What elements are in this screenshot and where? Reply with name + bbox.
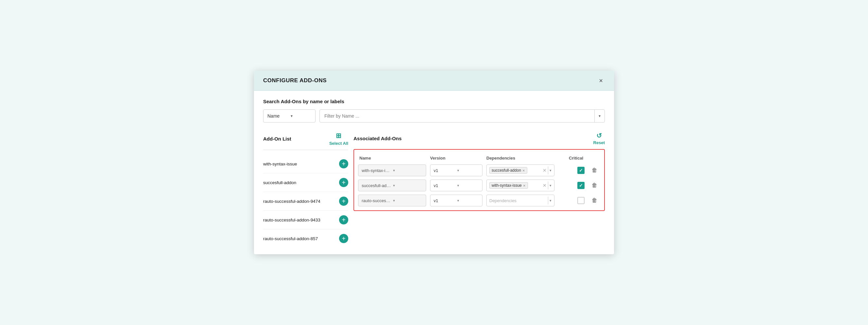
row-version-value-0: v1 [434,168,455,173]
filter-chevron-icon[interactable]: ▾ [594,110,604,122]
dep-tag-label-0: succesfull-addon [492,168,521,173]
modal-body: Search Add-Ons by name or labels Name ▾ … [254,91,614,254]
list-item: succesfull-addon + [263,173,348,192]
row-name-select-2[interactable]: rauto-successful-addon-9474 ▾ [358,195,426,206]
filter-type-value: Name [268,113,288,119]
add-addon-button-3[interactable]: + [339,215,348,225]
delete-button-0[interactable]: 🗑 [588,167,600,174]
col-header-critical: Critical [557,156,583,160]
addon-item-name: with-syntax-issue [263,161,297,167]
list-item: with-syntax-issue + [263,155,348,173]
filter-type-dropdown[interactable]: Name ▾ [263,110,315,122]
row-version-chevron-icon-0: ▾ [457,168,479,173]
row-name-chevron-icon-1: ▾ [393,183,423,188]
search-row: Name ▾ ▾ [263,110,605,122]
deps-chevron-icon-2[interactable]: ▾ [550,199,552,203]
deps-divider-1 [548,181,548,189]
addon-list-title: Add-On List [263,136,291,142]
row-name-value-1: succesfull-addon [362,183,391,188]
list-item: rauto-successful-addon-857 + [263,229,348,246]
deps-clear-icon-0[interactable]: ✕ [542,168,547,173]
select-all-icon: ⊞ [336,132,341,140]
list-item: rauto-successful-addon-9433 + [263,211,348,229]
row-deps-select-1[interactable]: with-syntax-issue × ✕ ▾ [486,180,554,191]
row-deps-select-0[interactable]: succesfull-addon × ✕ ▾ [486,165,554,176]
row-name-value-0: with-syntax-issue [362,168,391,173]
deps-divider-0 [548,167,548,174]
search-label: Search Add-Ons by name or labels [263,99,605,104]
addon-item-name: succesfull-addon [263,180,296,185]
deps-placeholder-2: Dependencies [489,198,517,203]
addon-list-column: Add-On List ⊞ Select All with-syntax-iss… [263,132,348,246]
row-version-chevron-icon-2: ▾ [457,199,479,203]
associated-table: Name Version Dependencies Critical with-… [353,149,605,211]
table-row: succesfull-addon ▾ v1 ▾ with-syntax-issu… [358,180,600,191]
addon-item-name: rauto-successful-addon-857 [263,236,318,241]
table-row: with-syntax-issue ▾ v1 ▾ succesfull-addo… [358,165,600,176]
associated-header: Associated Add-Ons ↺ Reset [353,132,605,145]
deps-divider-2 [548,197,548,204]
row-version-value-2: v1 [434,198,455,203]
row-critical-cell-1 [558,182,585,189]
associated-addons-column: Associated Add-Ons ↺ Reset Name Version … [348,132,605,246]
dep-tag-remove-1[interactable]: × [523,183,526,188]
row-version-select-2[interactable]: v1 ▾ [430,195,483,206]
dep-tag-remove-0[interactable]: × [522,168,525,173]
dep-tag-1: with-syntax-issue × [489,182,528,189]
addon-item-name: rauto-successful-addon-9433 [263,217,320,223]
delete-button-1[interactable]: 🗑 [588,181,600,189]
col-header-version: Version [430,156,483,160]
dep-tag-label-1: with-syntax-issue [492,183,522,188]
row-version-select-1[interactable]: v1 ▾ [430,180,483,191]
col-header-actions [587,156,599,160]
row-deps-select-2[interactable]: Dependencies ▾ [486,195,554,206]
col-header-dependencies: Dependencies [486,156,553,160]
select-all-button[interactable]: ⊞ Select All [329,132,348,146]
dep-tag-0: succesfull-addon × [489,167,527,174]
row-version-value-1: v1 [434,183,455,188]
add-addon-button-1[interactable]: + [339,178,348,187]
critical-checkbox-1[interactable] [577,182,585,189]
row-name-value-2: rauto-successful-addon-9474 [362,198,391,203]
reset-icon: ↺ [596,132,602,140]
modal-title: CONFIGURE ADD-ONS [263,77,327,84]
select-all-label: Select All [329,141,348,146]
reset-button[interactable]: ↺ Reset [593,132,605,145]
add-addon-button-4[interactable]: + [339,234,348,243]
row-critical-cell-0 [558,167,585,174]
row-name-chevron-icon-2: ▾ [393,199,423,203]
row-name-chevron-icon-0: ▾ [393,168,423,173]
list-item: rauto-successful-addon-9474 + [263,192,348,211]
row-critical-cell-2 [558,197,585,204]
addon-item-name: rauto-successful-addon-9474 [263,199,320,204]
associated-title: Associated Add-Ons [353,136,402,141]
deps-chevron-icon-0[interactable]: ▾ [550,168,552,173]
row-version-chevron-icon-1: ▾ [457,183,479,188]
filter-type-chevron-icon: ▾ [291,114,311,118]
addon-list-items: with-syntax-issue + succesfull-addon + r… [263,155,348,246]
deps-chevron-icon-1[interactable]: ▾ [550,183,552,188]
modal-header: CONFIGURE ADD-ONS × [254,71,614,91]
deps-clear-icon-1[interactable]: ✕ [542,183,547,188]
close-button[interactable]: × [597,77,605,85]
col-header-name: Name [360,156,426,160]
reset-label: Reset [593,140,605,145]
add-addon-button-2[interactable]: + [339,197,348,206]
add-addon-button-0[interactable]: + [339,159,348,168]
table-headers: Name Version Dependencies Critical [358,154,600,162]
list-divider [263,150,348,150]
table-row: rauto-successful-addon-9474 ▾ v1 ▾ Depen… [358,195,600,206]
columns-section: Add-On List ⊞ Select All with-syntax-iss… [263,132,605,246]
filter-input[interactable] [320,113,594,119]
addon-list-header: Add-On List ⊞ Select All [263,132,348,146]
row-name-select-0[interactable]: with-syntax-issue ▾ [358,165,426,176]
row-name-select-1[interactable]: succesfull-addon ▾ [358,180,426,191]
delete-button-2[interactable]: 🗑 [588,197,600,204]
configure-addons-modal: CONFIGURE ADD-ONS × Search Add-Ons by na… [254,71,614,254]
filter-input-wrapper: ▾ [319,110,605,122]
critical-checkbox-0[interactable] [577,167,585,174]
critical-checkbox-2[interactable] [577,197,585,204]
row-version-select-0[interactable]: v1 ▾ [430,165,483,176]
